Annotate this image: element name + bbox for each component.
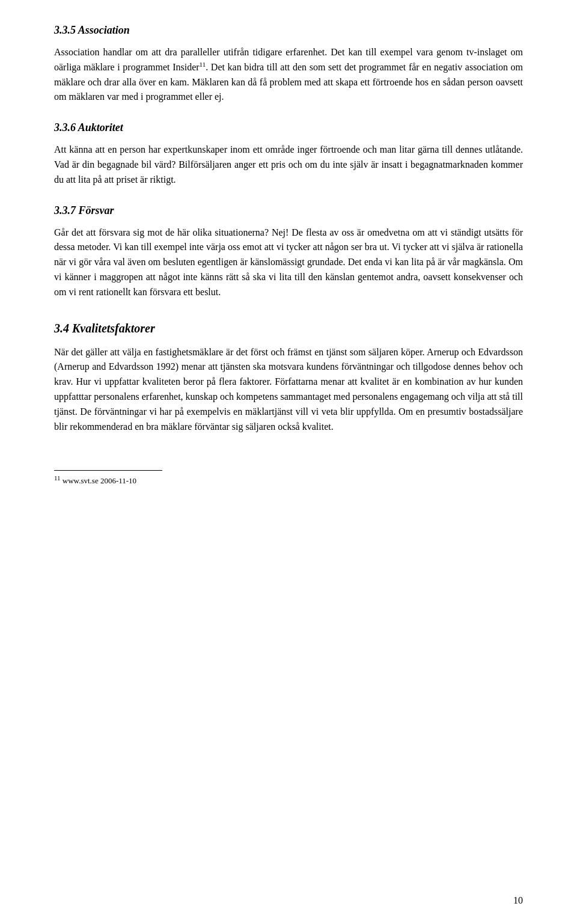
paragraph-4: När det gäller att välja en fastighetsmä… [54, 345, 523, 435]
section-heading-337: 3.3.7 Försvar [54, 204, 523, 217]
page: 3.3.5 Association Association handlar om… [0, 0, 577, 924]
page-number: 10 [513, 895, 523, 906]
paragraph-2-text: Att känna att en person har expertkunska… [54, 144, 523, 185]
heading-title-34: Kvalitetsfaktorer [72, 322, 155, 335]
paragraph-2: Att känna att en person har expertkunska… [54, 142, 523, 187]
heading-title-335: Association [78, 24, 130, 36]
heading-number-34: 3.4 [54, 322, 69, 335]
footnote-number-11: 11 [54, 474, 61, 482]
section-heading-34: 3.4 Kvalitetsfaktorer [54, 322, 523, 335]
paragraph-4-text: När det gäller att välja en fastighetsmä… [54, 347, 523, 432]
section-heading-335: 3.3.5 Association [54, 24, 523, 37]
heading-title-337: Försvar [79, 204, 114, 216]
paragraph-3: Går det att försvara sig mot de här olik… [54, 225, 523, 300]
heading-number-337: 3.3.7 [54, 204, 76, 216]
footnote-ref-11: 11 [200, 60, 206, 67]
footnote-url: www.svt.se 2006-11-10 [63, 476, 136, 485]
heading-number-335: 3.3.5 [54, 24, 76, 36]
heading-number-336: 3.3.6 [54, 121, 76, 133]
paragraph-3-text: Går det att försvara sig mot de här olik… [54, 227, 523, 297]
section-heading-336: 3.3.6 Auktoritet [54, 121, 523, 134]
paragraph-1: Association handlar om att dra parallell… [54, 45, 523, 105]
heading-title-336: Auktoritet [78, 121, 123, 133]
footnote-11: 11 www.svt.se 2006-11-10 [54, 476, 523, 486]
footnote-separator [54, 470, 162, 471]
